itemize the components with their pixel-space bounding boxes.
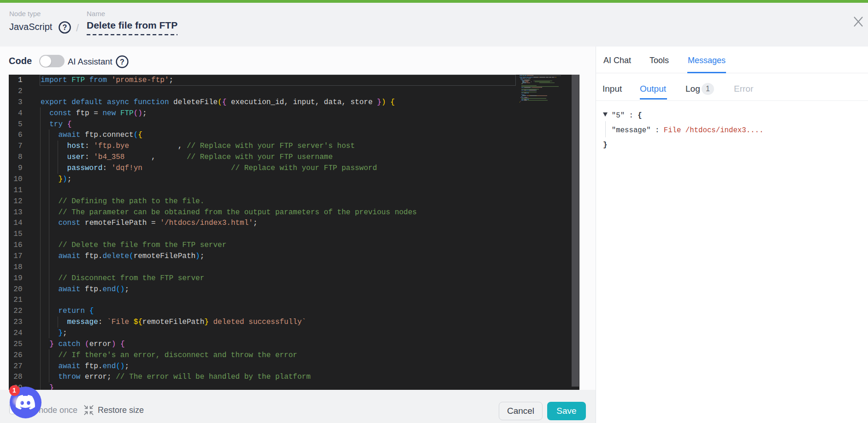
svg-text:?: ? bbox=[120, 58, 124, 66]
svg-text:?: ? bbox=[63, 24, 67, 31]
